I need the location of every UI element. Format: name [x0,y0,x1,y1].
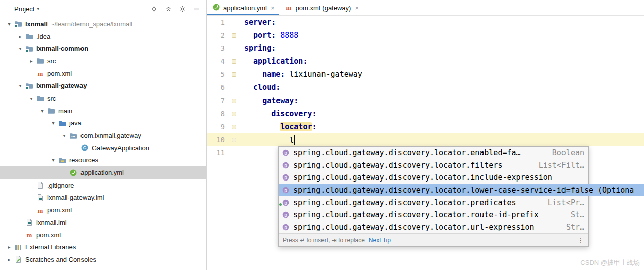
chevron-down-icon[interactable]: ▾ [15,83,25,88]
tree-item-gitignore[interactable]: .gitignore [0,179,206,192]
editor-line-1: 1server: [207,16,644,29]
collapse-all-icon[interactable] [162,3,174,14]
editor-line-4: 4 application: [207,55,644,68]
chevron-down-icon[interactable]: ▾ [4,21,14,27]
tree-item-lxnmall-gateway-iml[interactable]: lxnmall-gateway.iml [0,192,206,204]
next-tip-link[interactable]: Next Tip [369,237,391,244]
code-line[interactable]: locator: [244,122,317,131]
completion-hint: Press ↵ to insert, ⇥ to replace [283,237,365,244]
gutter-mark [225,138,244,142]
completion-text: spring.cloud.gateway.discovery.locator.u… [293,223,560,232]
code-token [276,31,280,40]
tree-item-pom-xml[interactable]: mpom.xml [0,67,206,80]
tree-item-src[interactable]: ▸src [0,55,206,67]
settings-icon[interactable] [176,3,188,14]
tree-item-lxnmall-common[interactable]: ▾lxnmall-common [0,42,206,55]
chevron-right-icon[interactable]: ▸ [15,34,25,39]
change-marker-icon [232,112,236,116]
change-marker-icon [232,99,236,103]
more-options-icon[interactable]: ⋮ [577,236,584,244]
tree-item-pom-xml[interactable]: mpom.xml [0,204,206,216]
code-line[interactable]: spring: [244,44,276,53]
tree-item-idea[interactable]: ▸.idea [0,30,206,43]
project-dropdown[interactable]: Project [14,5,34,13]
property-icon: p [282,199,290,207]
svg-text:p: p [284,175,287,181]
code-token [244,136,289,145]
tree-item-application-yml[interactable]: application.yml [0,166,206,179]
editor-line-2: 2 port: 8888 [207,29,644,42]
chevron-down-icon[interactable]: ▾ [15,46,25,51]
completion-item[interactable]: pspring.cloud.gateway.discovery.locator.… [279,159,588,172]
tree-item-lxnmall-iml[interactable]: lxnmall.iml [0,216,206,229]
gutter-mark [225,112,244,116]
maven-icon: m [25,231,34,239]
svg-text:p: p [284,224,287,230]
gutter: 5 [207,68,244,81]
class-icon: C [80,144,90,152]
completion-item[interactable]: pspring.cloud.gateway.discovery.locator.… [279,184,644,197]
tree-item-gatewayapplication[interactable]: CGatewayApplication [0,142,206,154]
completion-item[interactable]: pspring.cloud.gateway.discovery.locator.… [279,209,588,221]
gutter: 11 [207,146,244,159]
chevron-down-icon[interactable]: ▾ [59,133,69,138]
completion-list: pspring.cloud.gateway.discovery.locator.… [279,147,588,233]
hide-icon[interactable] [190,3,202,14]
code-token: discovery: [271,109,316,118]
select-opened-file-icon[interactable] [148,3,160,14]
tree-item-lxnmall-gateway[interactable]: ▾lxnmall-gateway [0,79,206,92]
code-line[interactable]: server: [244,18,276,27]
chevron-right-icon[interactable]: ▸ [4,257,14,262]
line-number: 11 [207,149,225,157]
line-number: 1 [207,18,225,26]
editor-tab-bar: application.yml×mpom.xml (gateway)× [207,0,644,16]
code-line[interactable]: application: [244,57,307,66]
code-token: name: [262,70,285,79]
completion-item[interactable]: pspring.cloud.gateway.discovery.locator.… [279,147,588,159]
line-number: 5 [207,70,225,78]
module-icon [14,20,23,28]
close-icon[interactable]: × [271,4,275,12]
chevron-down-icon[interactable]: ▾ [37,108,47,114]
chevron-down-icon[interactable]: ▾ [48,157,58,163]
tab-pom-xml-gateway[interactable]: mpom.xml (gateway)× [279,0,363,15]
completion-text: spring.cloud.gateway.discovery.locator.r… [293,210,565,219]
completion-text: spring.cloud.gateway.discovery.locator.i… [293,173,584,182]
editor-line-8: 8 discovery: [207,107,644,120]
code-token [244,31,253,40]
code-line[interactable]: discovery: [244,109,317,118]
tree-item-external-libraries[interactable]: ▸External Libraries [0,241,206,253]
tree-item-scratches-and-consoles[interactable]: ▸Scratches and Consoles [0,253,206,266]
tree-item-label: main [58,107,72,115]
tree-item-com-lxnmall-gateway[interactable]: ▾com.lxnmall.gateway [0,129,206,142]
completion-item[interactable]: pspring.cloud.gateway.discovery.locator.… [279,221,588,234]
code-line[interactable]: gateway: [244,96,298,105]
text-caret [294,135,295,145]
code-line[interactable]: name: lixiunan-gateway [244,70,362,79]
completion-text: spring.cloud.gateway.discovery.locator.e… [293,148,546,157]
tree-item-pom-xml[interactable]: mpom.xml [0,229,206,241]
code-line[interactable]: cloud: [244,83,280,92]
code-line[interactable]: port: 8888 [244,31,298,40]
completion-item[interactable]: pspring.cloud.gateway.discovery.locator.… [279,196,588,209]
svg-text:p: p [284,200,287,205]
tree-item-src[interactable]: ▾src [0,92,206,105]
tree-item-main[interactable]: ▾main [0,105,206,117]
tree-item-java[interactable]: ▾java [0,117,206,130]
completion-footer: Press ↵ to insert, ⇥ to replace Next Tip… [279,233,588,246]
close-icon[interactable]: × [355,4,359,12]
line-number: 10 [207,136,225,144]
gutter-mark [225,59,244,64]
tree-item-lxnmall[interactable]: ▾lxnmall~/learn/demo_space/lxnmall [0,18,206,30]
tree-item-resources[interactable]: ▾resources [0,154,206,167]
chevron-right-icon[interactable]: ▸ [26,58,36,64]
editor-line-6: 6 cloud: [207,81,644,94]
chevron-down-icon[interactable]: ▾ [48,120,58,126]
chevron-down-icon[interactable]: ▾ [26,96,36,101]
chevron-right-icon[interactable]: ▸ [4,244,14,250]
editor-line-5: 5 name: lixiunan-gateway [207,68,644,81]
tab-application-yml[interactable]: application.yml× [207,0,279,15]
completion-item[interactable]: pspring.cloud.gateway.discovery.locator.… [279,171,588,184]
code-line[interactable]: l [244,135,295,145]
tree-item-label: lxnmall-gateway.iml [47,194,104,201]
